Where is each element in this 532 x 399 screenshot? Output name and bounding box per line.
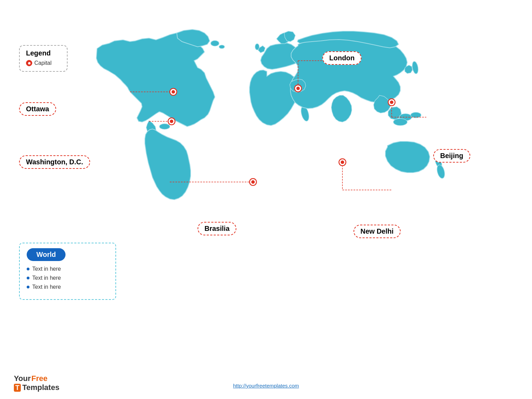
svg-point-3 [255,44,259,50]
world-badge: World [27,248,66,261]
info-item-1: Text in here [27,275,108,281]
ottawa-label: Ottawa [19,102,56,116]
svg-point-31 [390,101,393,104]
legend-box: Legend Capital [19,45,68,72]
svg-point-0 [211,41,219,46]
svg-point-7 [393,119,407,125]
logo-free: Free [31,374,47,383]
footer: http://yourfreetemplates.com [0,383,532,389]
logo-templates: Templates [22,383,59,392]
logo-area: Your Free T Templates [14,374,59,392]
bullet-dot [27,268,29,270]
info-item-0: Text in here [27,266,108,272]
bullet-dot [27,286,29,288]
svg-point-8 [411,61,419,74]
svg-point-29 [341,161,344,164]
svg-point-21 [296,87,300,90]
capital-label: Capital [34,60,52,66]
new-delhi-label: New Delhi [354,225,401,238]
svg-point-27 [251,180,255,184]
beijing-label: Beijing [433,149,470,163]
capital-icon [26,60,32,66]
info-item-2: Text in here [27,284,108,290]
logo-t-icon: T [14,384,21,392]
logo-your: Your [14,374,30,383]
capital-icon-inner [28,62,30,64]
legend-item-capital: Capital [26,60,61,66]
bullet-dot [27,277,29,279]
footer-link[interactable]: http://yourfreetemplates.com [233,383,299,389]
london-label: London [322,51,361,65]
info-list: Text in hereText in hereText in here [27,266,108,290]
svg-point-23 [172,90,175,94]
svg-point-1 [219,45,225,49]
main-container: Legend Capital [0,0,532,399]
info-panel: World Text in hereText in hereText in he… [19,243,116,300]
legend-title: Legend [26,49,61,57]
svg-point-2 [159,124,170,129]
svg-point-25 [170,120,173,123]
brasilia-label: Brasilia [198,222,236,235]
washington-label: Washington, D.C. [19,155,90,169]
